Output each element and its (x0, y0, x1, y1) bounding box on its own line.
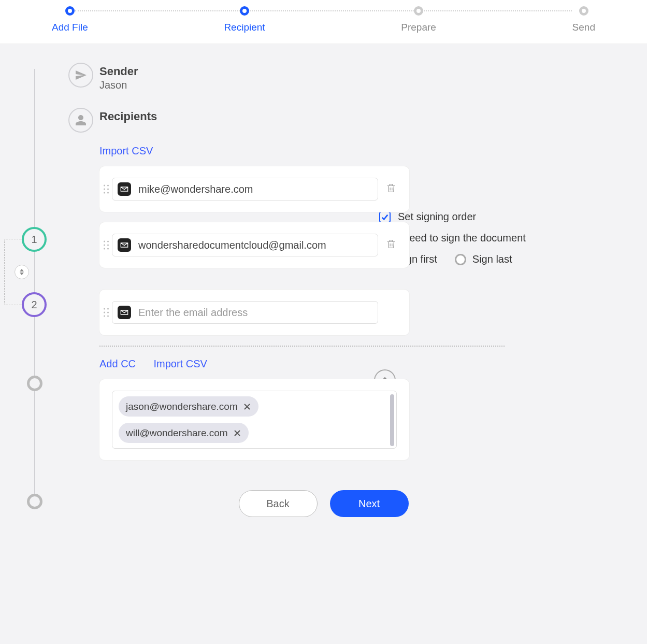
step-label: Prepare (401, 22, 436, 33)
sender-node: Sender Jason (47, 63, 600, 91)
cc-chip: jason@wondershare.com (119, 396, 258, 417)
drag-handle-icon[interactable] (104, 308, 109, 317)
back-button[interactable]: Back (239, 490, 318, 517)
add-cc-link[interactable]: Add CC (99, 358, 136, 369)
step-prepare[interactable]: Prepare (401, 6, 436, 33)
step-add-file[interactable]: Add File (52, 6, 88, 33)
remove-chip-button[interactable] (233, 429, 241, 437)
cc-chip: will@wondershare.com (119, 423, 249, 443)
sign-last-radio[interactable]: Sign last (455, 253, 512, 265)
sender-name: Jason (99, 79, 138, 91)
delete-recipient-button[interactable] (385, 182, 397, 196)
empty-recipient-ring-icon (27, 376, 42, 391)
next-button[interactable]: Next (330, 490, 409, 517)
recipients-node: Recipients (47, 108, 600, 133)
page-body: Sender Jason Recipients 1 2 2 Set signin… (0, 44, 647, 644)
cc-card: jason@wondershare.com will@wondershare.c… (99, 379, 409, 460)
order-group-connector: 2 (4, 239, 22, 305)
recipient-email-field[interactable] (138, 183, 372, 195)
send-icon (68, 63, 93, 88)
sender-title: Sender (99, 65, 138, 78)
radio-unselected-icon (455, 254, 466, 265)
step-dot-icon (414, 6, 423, 16)
step-dot-icon (240, 6, 249, 16)
scrollbar[interactable] (390, 394, 394, 446)
remove-chip-button[interactable] (243, 403, 251, 411)
section-separator (99, 346, 505, 347)
radio-label: Sign last (472, 253, 512, 265)
recipient-card (99, 222, 409, 268)
step-dot-icon (65, 6, 75, 16)
recipient-card (99, 166, 409, 212)
envelope-icon (118, 306, 131, 319)
checkbox-checked-icon (379, 211, 391, 223)
email-input-wrapper[interactable] (112, 178, 378, 201)
envelope-icon (118, 238, 131, 252)
option-label: Set signing order (398, 211, 476, 223)
step-label: Send (572, 22, 595, 33)
step-dot-icon (579, 6, 588, 16)
stepper-line (75, 10, 572, 11)
step-recipient[interactable]: Recipient (224, 6, 265, 33)
cc-chip-label: will@wondershare.com (126, 427, 228, 439)
drag-handle-icon[interactable] (104, 185, 109, 194)
timeline-line (34, 69, 35, 509)
envelope-icon (118, 182, 131, 196)
set-signing-order-checkbox[interactable]: Set signing order (379, 211, 526, 223)
person-icon (68, 108, 93, 133)
import-csv-cc-link[interactable]: Import CSV (153, 358, 207, 369)
drag-handle-icon[interactable] (104, 241, 109, 250)
email-input-wrapper[interactable] (112, 234, 378, 256)
step-send[interactable]: Send (572, 6, 595, 33)
wizard-stepper: Add File Recipient Prepare Send (0, 0, 647, 44)
cc-ring-icon (27, 494, 42, 509)
cc-chip-area[interactable]: jason@wondershare.com will@wondershare.c… (112, 391, 397, 449)
import-csv-link[interactable]: Import CSV (99, 145, 153, 156)
delete-recipient-button[interactable] (385, 238, 397, 252)
recipient-card-empty (99, 290, 409, 335)
option-label: I need to sign the document (398, 232, 526, 244)
reorder-toggle-button[interactable] (15, 265, 29, 279)
step-label: Recipient (224, 22, 265, 33)
footer-actions: Back Next (47, 490, 600, 517)
order-badge-2[interactable]: 2 (22, 292, 47, 317)
email-input-wrapper[interactable] (112, 301, 378, 324)
order-badge-1[interactable]: 1 (22, 227, 47, 252)
recipient-email-field[interactable] (138, 239, 372, 251)
cc-chip-label: jason@wondershare.com (126, 401, 238, 412)
recipient-email-field[interactable] (138, 307, 372, 319)
step-label: Add File (52, 22, 88, 33)
recipients-title: Recipients (99, 110, 157, 123)
